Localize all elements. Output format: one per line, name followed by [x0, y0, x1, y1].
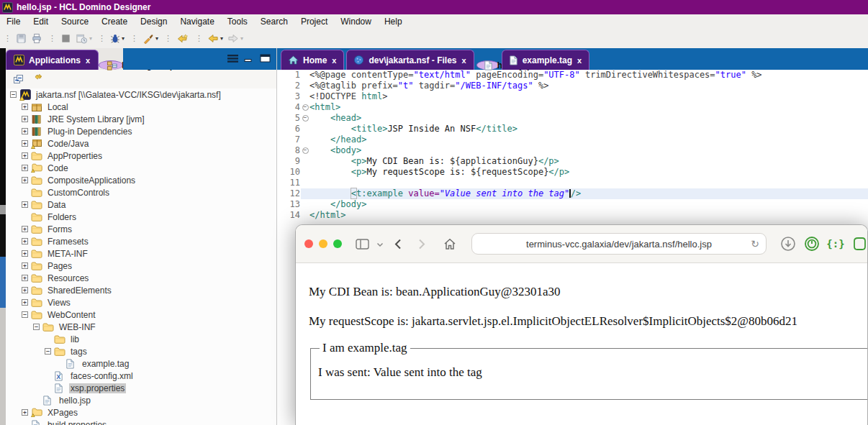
tree-item-views[interactable]: +Views	[6, 296, 276, 309]
editor-tab-home[interactable]: Homex	[281, 50, 344, 70]
clipped-extension-button[interactable]	[850, 234, 868, 253]
reload-icon[interactable]: ↻	[751, 238, 759, 250]
editor-tab-dev-jakarta.nsf-files[interactable]: dev\jakarta.nsf - Filesx	[346, 50, 474, 70]
code-line-11[interactable]: 11	[277, 178, 868, 188]
expand-icon[interactable]: +	[22, 201, 28, 208]
expand-icon[interactable]: +	[22, 299, 28, 306]
tree-item-folders[interactable]: Folders	[6, 211, 276, 223]
zoom-window-button[interactable]	[333, 239, 342, 248]
tree-item-web-inf[interactable]: −WEB-INF	[6, 321, 276, 333]
link-with-editor-button[interactable]	[33, 74, 45, 84]
debug-button[interactable]: ▾	[108, 32, 127, 45]
tree-item-forms[interactable]: +Forms	[6, 223, 276, 235]
url-field[interactable]: terminus-vcc.galaxia/dev/jakarta.nsf/hel…	[471, 233, 767, 255]
tree-item-lib[interactable]: lib	[6, 333, 276, 345]
json-extension-button[interactable]: {:}	[826, 234, 845, 253]
back-dropdown-icon[interactable]: ▾	[220, 35, 223, 42]
fold-collapse-icon[interactable]: −	[302, 115, 309, 122]
close-icon[interactable]: x	[85, 57, 91, 64]
minimize-view-icon[interactable]	[244, 52, 254, 65]
tree-item-faces-config.xml[interactable]: Xfaces-config.xml	[6, 370, 276, 382]
chevron-down-icon[interactable]	[376, 237, 384, 250]
home-icon[interactable]	[440, 234, 459, 253]
tree-item-xpages[interactable]: +XPages	[6, 406, 276, 419]
expand-icon[interactable]: +	[22, 275, 28, 281]
code-line-7[interactable]: 7 </head>	[277, 134, 868, 145]
tree-item-sharedelements[interactable]: +SharedElements	[6, 284, 276, 296]
view-tab-package-explorer[interactable]: Package Explorerx	[99, 60, 123, 70]
tree-item-pages[interactable]: +Pages	[6, 260, 276, 272]
tree-item-build.properties[interactable]: build.properties	[6, 419, 276, 425]
close-icon[interactable]: x	[331, 57, 337, 64]
print-button[interactable]	[29, 32, 45, 45]
expand-icon[interactable]: +	[22, 104, 28, 110]
expand-icon[interactable]: +	[22, 140, 28, 147]
close-icon[interactable]: x	[461, 57, 467, 64]
expand-icon[interactable]: +	[22, 128, 28, 134]
fold-collapse-icon[interactable]: −	[302, 104, 309, 111]
menu-project[interactable]: Project	[294, 14, 334, 28]
editor-tab-example.tag[interactable]: example.tagx	[502, 50, 590, 70]
tree-item-framesets[interactable]: +Framesets	[6, 235, 276, 247]
back-button[interactable]	[389, 234, 407, 253]
collapse-icon[interactable]: −	[33, 324, 40, 330]
code-line-10[interactable]: 10 <p>My requestScope is: ${requestScope…	[277, 167, 868, 178]
tree-item-webcontent[interactable]: −WebContent	[6, 309, 276, 321]
menu-window[interactable]: Window	[334, 14, 378, 28]
view-menu-icon[interactable]	[227, 52, 238, 65]
tree-item-tags[interactable]: −tags	[6, 345, 276, 357]
menu-edit[interactable]: Edit	[27, 14, 55, 28]
fold-collapse-icon[interactable]: −	[302, 147, 309, 154]
tree-item-jakarta.nsf[interactable]: −jakarta.nsf [\\Galatea-VCC/IKSG\dev\jak…	[6, 88, 276, 101]
expand-icon[interactable]: +	[22, 177, 28, 183]
code-line-8[interactable]: 8− <body>	[277, 145, 868, 156]
expand-icon[interactable]: +	[22, 262, 28, 269]
code-line-13[interactable]: 13 </body>	[277, 199, 868, 210]
expand-icon[interactable]: +	[22, 409, 28, 416]
menu-search[interactable]: Search	[254, 14, 294, 28]
collapse-icon[interactable]: −	[22, 311, 28, 318]
maximize-view-icon[interactable]	[260, 52, 271, 65]
collapse-all-button[interactable]	[13, 74, 24, 84]
tree-item-local[interactable]: +Local	[6, 101, 276, 113]
close-window-button[interactable]	[304, 239, 313, 248]
menu-design[interactable]: Design	[134, 14, 173, 28]
collapse-icon[interactable]: −	[45, 348, 51, 355]
tree-item-resources[interactable]: +Resources	[6, 272, 276, 284]
expand-icon[interactable]: +	[22, 238, 28, 245]
brush-dropdown-icon[interactable]: ▾	[155, 35, 158, 42]
expand-icon[interactable]: +	[22, 152, 28, 159]
tree-item-xsp.properties[interactable]: xsp.properties	[6, 382, 276, 394]
tree-item-meta-inf[interactable]: +META-INF	[6, 247, 276, 260]
code-line-1[interactable]: 1<%@page contentType="text/html" pageEnc…	[277, 70, 868, 81]
code-line-2[interactable]: 2<%@taglib prefix="t" tagdir="/WEB-INF/t…	[277, 81, 868, 91]
tree-item-jre[interactable]: +JRE System Library [jvm]	[6, 113, 276, 125]
stop-square-button[interactable]	[58, 32, 73, 45]
expand-icon[interactable]: +	[22, 165, 28, 171]
debug-dropdown-icon[interactable]: ▾	[122, 35, 125, 42]
brush-button[interactable]: ▾	[140, 32, 161, 45]
close-icon[interactable]: x	[577, 57, 582, 64]
tree-item-customcontrols[interactable]: CustomControls	[6, 186, 276, 198]
editor-tab-hello.jsp[interactable]: hello.jspx	[476, 60, 499, 70]
code-line-3[interactable]: 3<!DOCTYPE html>	[277, 91, 868, 102]
tree-item-example.tag[interactable]: example.tag	[6, 357, 276, 370]
menu-navigate[interactable]: Navigate	[173, 14, 220, 28]
blocker-extension-button[interactable]	[803, 234, 821, 253]
tree-item-plug-in[interactable]: +Plug-in Dependencies	[6, 125, 276, 137]
expand-icon[interactable]: +	[22, 250, 28, 257]
tree-item-compositeapplications[interactable]: +CompositeApplications	[6, 174, 276, 186]
code-line-14[interactable]: 14</html>	[277, 210, 868, 221]
code-line-4[interactable]: 4−<html>	[277, 102, 868, 113]
expand-icon[interactable]: +	[22, 287, 28, 293]
view-tab-applications[interactable]: Applicationsx	[6, 50, 99, 70]
code-line-9[interactable]: 9 <p>My CDI Bean is: ${applicationGuy}</…	[277, 156, 868, 167]
expand-icon[interactable]: +	[22, 116, 28, 122]
tree-item-data[interactable]: +Data	[6, 198, 276, 211]
tree-item-appproperties[interactable]: +AppProperties	[6, 150, 276, 162]
last-edit-button[interactable]	[174, 32, 191, 45]
code-line-12[interactable]: 12 <t:example value="Value sent into the…	[277, 188, 868, 199]
tree-item-code[interactable]: +Code	[6, 162, 276, 174]
back-button[interactable]: ▾	[205, 32, 225, 45]
menu-tools[interactable]: Tools	[221, 14, 254, 28]
